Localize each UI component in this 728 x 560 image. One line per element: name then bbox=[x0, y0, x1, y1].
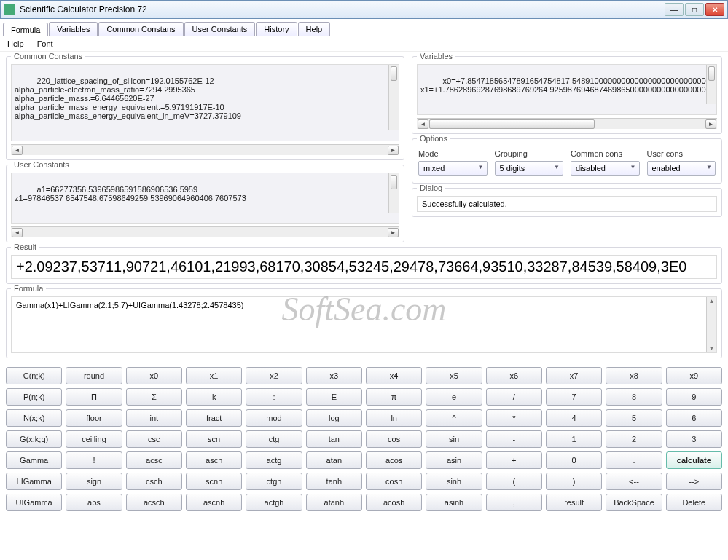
calc-btn-asinh[interactable]: asinh bbox=[426, 494, 482, 511]
calc-btn-log[interactable]: log bbox=[306, 409, 362, 427]
calc-btn-btn[interactable]: . bbox=[606, 451, 662, 469]
calc-btn-uigamma[interactable]: UIGamma bbox=[6, 494, 62, 511]
calc-btn-x1[interactable]: x1 bbox=[186, 367, 242, 384]
calc-btn-3[interactable]: 3 bbox=[666, 430, 722, 448]
calc-btn-p-n-k[interactable]: P(n;k) bbox=[6, 388, 62, 406]
menu-font[interactable]: Font bbox=[37, 39, 53, 48]
common-constants-text[interactable]: 220_lattice_spacing_of_silicon=192.01557… bbox=[11, 64, 399, 141]
calc-btn-actg[interactable]: actg bbox=[246, 451, 302, 469]
scrollbar-vertical[interactable] bbox=[706, 297, 716, 352]
calc-btn-x5[interactable]: x5 bbox=[426, 367, 482, 384]
scrollbar-horizontal[interactable]: ◄ ► bbox=[11, 226, 399, 237]
calc-btn-csch[interactable]: csch bbox=[126, 473, 182, 490]
scrollbar-vertical[interactable] bbox=[388, 65, 399, 130]
calc-btn-ascnh[interactable]: ascnh bbox=[186, 494, 242, 511]
calc-btn-abs[interactable]: abs bbox=[66, 494, 122, 511]
scrollbar-horizontal[interactable]: ◄ ► bbox=[11, 144, 399, 155]
calc-btn-gamma[interactable]: Gamma bbox=[6, 451, 62, 469]
calc-btn-x7[interactable]: x7 bbox=[546, 367, 602, 384]
calc-btn-btn[interactable]: Π bbox=[66, 388, 122, 406]
calc-btn-n-x-k[interactable]: N(x;k) bbox=[6, 409, 62, 427]
calc-btn-ascn[interactable]: ascn bbox=[186, 451, 242, 469]
select-user-cons[interactable]: enabled bbox=[647, 161, 716, 176]
calc-btn-x0[interactable]: x0 bbox=[126, 367, 182, 384]
calc-btn-ctg[interactable]: ctg bbox=[246, 430, 302, 448]
maximize-button[interactable]: □ bbox=[685, 3, 704, 16]
calc-btn-x2[interactable]: x2 bbox=[246, 367, 302, 384]
calc-btn-acosh[interactable]: acosh bbox=[366, 494, 422, 511]
calc-btn-acos[interactable]: acos bbox=[366, 451, 422, 469]
select-mode[interactable]: mixed bbox=[418, 161, 488, 176]
calc-btn-int[interactable]: int bbox=[126, 409, 182, 427]
scroll-right-icon[interactable]: ► bbox=[705, 119, 716, 129]
result-value[interactable]: +2.09237,53711,90721,46101,21993,68170,3… bbox=[11, 255, 717, 279]
scrollbar-vertical[interactable] bbox=[388, 173, 399, 213]
tab-variables[interactable]: Variables bbox=[49, 22, 98, 36]
calc-btn-9[interactable]: 9 bbox=[666, 388, 722, 406]
variables-text[interactable]: x0=+7.85471856547891654754817 5489100000… bbox=[417, 64, 717, 115]
calc-btn-mod[interactable]: mod bbox=[246, 409, 302, 427]
tab-formula[interactable]: Formula bbox=[3, 23, 48, 36]
calc-btn-calculate[interactable]: calculate bbox=[666, 451, 722, 469]
calc-btn-6[interactable]: 6 bbox=[666, 409, 722, 427]
calc-btn-scn[interactable]: scn bbox=[186, 430, 242, 448]
calc-btn-acsch[interactable]: acsch bbox=[126, 494, 182, 511]
calc-btn-scnh[interactable]: scnh bbox=[186, 473, 242, 490]
calc-btn-g-x-k-q[interactable]: G(x;k;q) bbox=[6, 430, 62, 448]
tab-help[interactable]: Help bbox=[298, 22, 331, 36]
calc-btn-acsc[interactable]: acsc bbox=[126, 451, 182, 469]
calc-btn-tanh[interactable]: tanh bbox=[306, 473, 362, 490]
calc-btn-btn[interactable]: ! bbox=[66, 451, 122, 469]
calc-btn-btn[interactable]: --> bbox=[666, 473, 722, 490]
calc-btn-sin[interactable]: sin bbox=[426, 430, 482, 448]
user-constants-text[interactable]: a1=66277356.53965986591586906536 5959 z1… bbox=[11, 173, 399, 224]
select-grouping[interactable]: 5 digits bbox=[495, 161, 564, 176]
minimize-button[interactable]: — bbox=[665, 3, 684, 16]
calc-btn-tan[interactable]: tan bbox=[306, 430, 362, 448]
calc-btn-ceilling[interactable]: ceilling bbox=[66, 430, 122, 448]
calc-btn-btn[interactable]: : bbox=[246, 388, 302, 406]
calc-btn-x9[interactable]: x9 bbox=[666, 367, 722, 384]
calc-btn-x6[interactable]: x6 bbox=[486, 367, 542, 384]
calc-btn-delete[interactable]: Delete bbox=[666, 494, 722, 511]
calc-btn-csc[interactable]: csc bbox=[126, 430, 182, 448]
calc-btn-atan[interactable]: atan bbox=[306, 451, 362, 469]
menu-help[interactable]: Help bbox=[7, 39, 24, 48]
calc-btn-btn[interactable]: <-- bbox=[606, 473, 662, 490]
calc-btn-sign[interactable]: sign bbox=[66, 473, 122, 490]
tab-common-constans[interactable]: Common Constans bbox=[98, 22, 183, 36]
calc-btn-2[interactable]: 2 bbox=[606, 430, 662, 448]
calc-btn-floor[interactable]: floor bbox=[66, 409, 122, 427]
calc-btn-btn[interactable]: ) bbox=[546, 473, 602, 490]
calc-btn-5[interactable]: 5 bbox=[606, 409, 662, 427]
calc-btn-cos[interactable]: cos bbox=[366, 430, 422, 448]
calc-btn-x4[interactable]: x4 bbox=[366, 367, 422, 384]
calc-btn-result[interactable]: result bbox=[546, 494, 602, 511]
scroll-right-icon[interactable]: ► bbox=[388, 228, 399, 237]
calc-btn-ligamma[interactable]: LIGamma bbox=[6, 473, 62, 490]
scroll-thumb[interactable] bbox=[429, 119, 595, 129]
calc-btn-atanh[interactable]: atanh bbox=[306, 494, 362, 511]
calc-btn-1[interactable]: 1 bbox=[546, 430, 602, 448]
calc-btn-btn[interactable]: π bbox=[366, 388, 422, 406]
calc-btn-btn[interactable]: + bbox=[486, 451, 542, 469]
calc-btn-e[interactable]: e bbox=[426, 388, 482, 406]
calc-btn-8[interactable]: 8 bbox=[606, 388, 662, 406]
scroll-left-icon[interactable]: ◄ bbox=[12, 146, 23, 155]
tab-history[interactable]: History bbox=[256, 22, 297, 36]
calc-btn-fract[interactable]: fract bbox=[186, 409, 242, 427]
select-common-cons[interactable]: disabled bbox=[571, 161, 640, 176]
tab-user-constants[interactable]: User Constants bbox=[184, 22, 256, 36]
scrollbar-vertical[interactable] bbox=[706, 65, 716, 104]
calc-btn-btn[interactable]: , bbox=[486, 494, 542, 511]
calc-btn-c-n-k[interactable]: C(n;k) bbox=[6, 367, 62, 384]
calc-btn-cosh[interactable]: cosh bbox=[366, 473, 422, 490]
calc-btn-actgh[interactable]: actgh bbox=[246, 494, 302, 511]
scroll-left-icon[interactable]: ◄ bbox=[418, 119, 428, 129]
calc-btn-btn[interactable]: ^ bbox=[426, 409, 482, 427]
calc-btn-round[interactable]: round bbox=[66, 367, 122, 384]
calc-btn-sinh[interactable]: sinh bbox=[426, 473, 482, 490]
scroll-left-icon[interactable]: ◄ bbox=[12, 228, 23, 237]
calc-btn-btn[interactable]: / bbox=[486, 388, 542, 406]
calc-btn-btn[interactable]: Σ bbox=[126, 388, 182, 406]
